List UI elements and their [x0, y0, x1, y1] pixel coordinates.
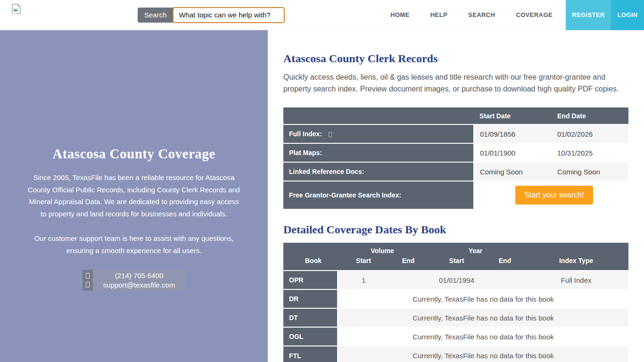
plat-maps-end-date: 10/31/2025 — [552, 143, 628, 162]
help-search: Search — [138, 7, 285, 23]
nav-help[interactable]: HELP — [430, 11, 447, 18]
search-button[interactable]: Search — [138, 8, 173, 23]
col-header-book: Book — [283, 255, 338, 271]
contact-icon-column — [83, 270, 93, 291]
main-content: Atascosa County Clerk Records Quickly ac… — [268, 30, 644, 362]
table-row: Plat Maps: 01/01/1900 10/31/2025 — [283, 143, 628, 162]
no-data-message: Currently, TexasFile has no data for thi… — [338, 289, 628, 308]
table-row-dt: DT Currently, TexasFile has no data for … — [283, 308, 628, 327]
coverage-summary-table: Start Date End Date Full Index: 01/09/18… — [283, 107, 628, 209]
row-label-linked-reference-docs: Linked Reference Docs: — [283, 162, 474, 181]
table-row: Full Index: 01/09/1856 01/02/2026 — [283, 124, 628, 143]
coverage-by-book-table: Volume Year Book Start End Start End Ind… — [283, 243, 628, 362]
summary-header-end: End Date — [552, 107, 628, 124]
book-label: DR — [283, 289, 338, 308]
summary-header-start: Start Date — [474, 107, 552, 124]
col-header-index-type: Index Type — [524, 255, 628, 271]
linked-docs-end-date: Coming Soon — [552, 162, 628, 181]
book-label: FTL — [283, 346, 338, 362]
table-row-ftl: FTL Currently, TexasFile has no data for… — [283, 346, 628, 362]
county-coverage-sidebar: Atascosa County Coverage Since 2005, Tex… — [0, 30, 268, 362]
register-button[interactable]: REGISTER — [566, 0, 611, 30]
table-row: Linked Reference Docs: Coming Soon Comin… — [283, 162, 628, 181]
site-logo[interactable] — [0, 4, 28, 26]
opr-volume-start: 1 — [338, 271, 389, 289]
login-button[interactable]: LOGIN — [611, 0, 644, 30]
book-label: OGL — [283, 327, 338, 346]
book-label: DT — [283, 308, 338, 327]
clerk-records-description: Quickly access deeds, liens, oil & gas l… — [283, 71, 625, 95]
phone-icon — [86, 273, 90, 279]
contact-box: (214) 705-6400 support@texasfile.com — [83, 270, 185, 291]
group-spacer — [283, 243, 338, 255]
no-data-message: Currently, TexasFile has no data for thi… — [338, 346, 628, 362]
row-label-full-index: Full Index: — [283, 124, 474, 143]
row-label-plat-maps: Plat Maps: — [283, 143, 474, 162]
group-header-year: Year — [427, 243, 524, 255]
col-header-volume-start: Start — [338, 255, 389, 271]
broken-image-icon — [11, 4, 21, 15]
summary-header-row: Start Date End Date — [283, 107, 628, 124]
table-row-opr: OPR 1 01/01/1994 Full Index — [283, 271, 628, 289]
full-index-start-date: 01/09/1856 — [474, 124, 552, 143]
col-header-year-start: Start — [427, 255, 486, 271]
group-spacer — [524, 243, 628, 255]
clerk-records-title: Atascosa County Clerk Records — [283, 52, 628, 65]
linked-docs-start-date: Coming Soon — [474, 162, 552, 181]
email-icon — [86, 282, 90, 288]
book-table-column-header: Book Start End Start End Index Type — [283, 255, 628, 271]
sidebar-paragraph-1: Since 2005, TexasFile has been a reliabl… — [25, 172, 242, 220]
table-row-dr: DR Currently, TexasFile has no data for … — [283, 289, 628, 308]
summary-header-spacer — [283, 107, 474, 124]
phone-link[interactable]: (214) 705-6400 — [93, 272, 185, 280]
opr-volume-end — [389, 271, 427, 289]
no-data-message: Currently, TexasFile has no data for thi… — [338, 327, 628, 346]
sidebar-paragraph-2: Our customer support team is here to ass… — [25, 232, 242, 256]
start-search-cell: Start your search! — [474, 181, 628, 209]
col-header-volume-end: End — [389, 255, 427, 271]
opr-year-end — [486, 271, 524, 289]
row-label-grantor-grantee-index: Free Grantor-Grantee Search Index: — [283, 181, 474, 209]
info-icon[interactable] — [329, 132, 332, 137]
top-header: Search HOME HELP SEARCH COVERAGE REGISTE… — [0, 0, 644, 30]
group-header-volume: Volume — [338, 243, 427, 255]
col-header-year-end: End — [486, 255, 524, 271]
opr-index-type: Full Index — [524, 271, 628, 289]
book-table-group-header: Volume Year — [283, 243, 628, 255]
email-link[interactable]: support@texasfile.com — [93, 281, 185, 289]
opr-year-start: 01/01/1994 — [427, 271, 486, 289]
no-data-message: Currently, TexasFile has no data for thi… — [338, 308, 628, 327]
main-nav: HOME HELP SEARCH COVERAGE — [390, 11, 553, 18]
table-row-ogl: OGL Currently, TexasFile has no data for… — [283, 327, 628, 346]
contact-lines: (214) 705-6400 support@texasfile.com — [93, 270, 185, 291]
detailed-coverage-title: Detailed Coverage Dates By Book — [283, 223, 628, 236]
table-row: Free Grantor-Grantee Search Index: Start… — [283, 181, 628, 209]
nav-home[interactable]: HOME — [390, 11, 410, 18]
sidebar-title: Atascosa County Coverage — [25, 146, 242, 162]
search-input[interactable] — [173, 7, 285, 23]
full-index-end-date: 01/02/2026 — [552, 124, 628, 143]
plat-maps-start-date: 01/01/1900 — [474, 143, 552, 162]
nav-search[interactable]: SEARCH — [468, 11, 495, 18]
nav-coverage[interactable]: COVERAGE — [516, 11, 553, 18]
start-your-search-button[interactable]: Start your search! — [515, 186, 593, 205]
book-label: OPR — [283, 271, 338, 289]
